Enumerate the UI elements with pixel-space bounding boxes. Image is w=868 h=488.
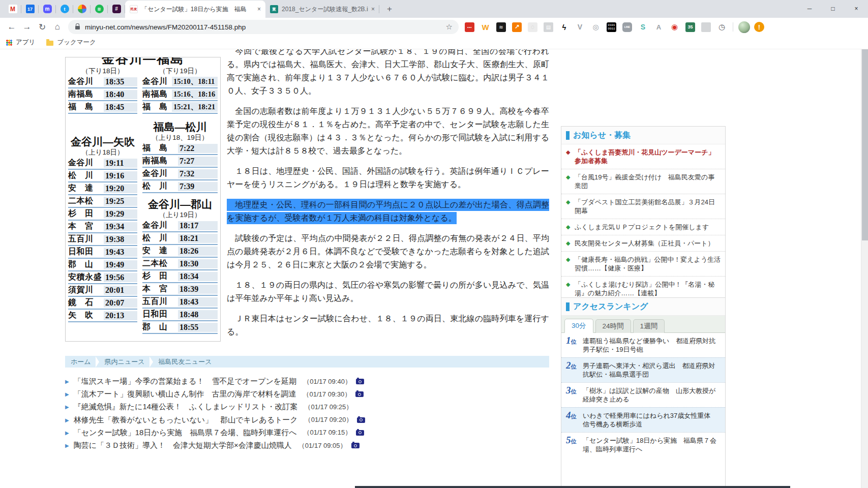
timetable-row: 矢 吹 20:13: [68, 310, 137, 322]
url-text[interactable]: minyu-net.com/news/news/FM20200117-45115…: [85, 23, 442, 31]
bookmarks-folder[interactable]: ブックマーク: [46, 38, 96, 47]
new-tab-button[interactable]: +: [382, 2, 397, 16]
slack-icon[interactable]: #: [108, 1, 125, 18]
ranking-tab[interactable]: 24時間: [595, 319, 631, 333]
twitter-icon[interactable]: t: [56, 1, 73, 18]
minimize-button[interactable]: ─: [798, 0, 821, 17]
news-timestamp: （01/17 09:25）: [305, 403, 353, 412]
ext-menu-icon[interactable]: •••: [462, 19, 477, 35]
timetable-section-yabuki: 金谷川―矢吹 （上り18日） 金谷川 19:11: [68, 135, 137, 322]
breadcrumb-item[interactable]: 福島民友ニュース: [145, 356, 212, 368]
spotify-icon[interactable]: ≋: [91, 1, 108, 18]
notices-panel: お知らせ・募集 ◆ 「ふくしま吾妻荒川・花見山ツーデーマーチ」参加者募集 ◆ 「…: [561, 126, 726, 326]
back-button[interactable]: ←: [4, 19, 19, 35]
ext-notes-icon[interactable]: ▤: [541, 19, 556, 35]
ranking-link[interactable]: 1位 連覇狙う福島県など優勝争い 都道府県対抗男子駅伝・19日号砲: [561, 333, 725, 357]
camera-icon: [357, 417, 365, 423]
timetable-row: 日和田 19:43: [68, 246, 137, 259]
tab-current-article[interactable]: 民友 「センター試験」18日から実施 福島 ×: [125, 1, 265, 18]
tab-indd-document[interactable]: 東 2018_センター試験速報_数2B.indd ×: [265, 1, 379, 18]
news-link[interactable]: ▶ 「塩沢スキー場」今季の営業始まる！ 雪不足でオープンを延期 （01/17 0…: [65, 375, 549, 388]
article-paragraph: 地理歴史・公民、理科の一部科目間の平均点に２０点以上の差が出た場合、得点調整を実…: [227, 198, 549, 225]
news-timestamp: （01/17 09:05）: [298, 441, 347, 450]
news-link[interactable]: ▶ 「センター試験」18日から実施 福島県７会場、臨時列車運行へ （01/17 …: [65, 426, 549, 439]
ext-badge35-icon[interactable]: 35: [682, 19, 698, 35]
timetable-row: 五百川 19:38: [68, 233, 137, 246]
bookmark-star-icon[interactable]: ☆: [446, 22, 453, 32]
vertical-scrollbar[interactable]: [861, 49, 868, 488]
restore-button[interactable]: □: [821, 0, 845, 17]
article-body: 今回で最後となる大学入試センター試験が１８、１９の両日、全国の会場で行われる。県…: [227, 49, 549, 346]
ranking-link[interactable]: 3位 「樹氷」は誤訳と誤解の産物 山形大教授が経緯突き止める: [561, 382, 725, 407]
ext-record-icon[interactable]: ◉: [667, 19, 682, 35]
timetable-row: 金谷川 19:11: [68, 157, 137, 170]
ext-buffer-icon[interactable]: ≋: [493, 19, 509, 35]
ranking-link[interactable]: 5位 「センター試験」18日から実施 福島県７会場、臨時列車運行へ: [561, 432, 725, 457]
news-title: 陶芸に「３Ｄ技術」導入！ 会津大短期大学部×会津慶山焼職人: [74, 441, 292, 450]
ranking-link[interactable]: 2位 男子連覇へ東洋大・相沢ら選出 都道府県対抗駅伝・福島県選手団: [561, 357, 725, 382]
notice-link[interactable]: ◆ ふくしま元気ＵＰプロジェクトを開催します: [561, 219, 725, 235]
news-link[interactable]: ▶ 「流木アート」復興願い横山さん制作 古里の海岸で材料を調達 （01/17 0…: [65, 388, 549, 401]
ext-line-icon[interactable]: LINE: [619, 19, 635, 35]
calendar-icon[interactable]: 17: [21, 1, 39, 18]
news-link[interactable]: ▶ 『絶滅危惧』新たに14種公表！ ふくしまレッドリスト・改訂案 （01/17 …: [65, 401, 549, 413]
diamond-bullet-icon: ◆: [566, 173, 570, 181]
notice-link[interactable]: ◆ 「ふくしま吾妻荒川・花見山ツーデーマーチ」参加者募集: [561, 144, 725, 169]
timetable-row: 松 川 18:21: [142, 232, 218, 245]
ext-ghost-icon[interactable]: ◌: [525, 19, 541, 35]
ext-document-icon[interactable]: [698, 19, 714, 35]
camera-icon: [356, 379, 364, 384]
reload-button[interactable]: ↻: [35, 19, 50, 35]
breadcrumb-item[interactable]: ホーム: [71, 357, 91, 367]
close-tab-icon[interactable]: ×: [257, 6, 261, 13]
rank-badge: 4位: [566, 411, 577, 421]
notice-link[interactable]: ◆ 「台風19号」義援金受け付け 福島民友愛の事業団: [561, 169, 725, 194]
ext-binary-icon[interactable]: 0101 0011: [604, 19, 619, 35]
footer-edge: [355, 486, 790, 488]
article-paragraph: ＪＲ東日本はセンター試験に合わせ、１８、１９の両日、東北線の臨時列車を運行する。: [227, 312, 549, 339]
ranking-tab[interactable]: 30分: [564, 319, 593, 333]
ext-disc-icon[interactable]: ◎: [588, 19, 604, 35]
scrollbar-thumb[interactable]: [862, 49, 868, 240]
ext-clock-icon[interactable]: ◷: [714, 19, 730, 35]
timetable-row: 杉 田 19:29: [68, 208, 137, 221]
pinned-tabs: M 17 m t ≋: [0, 0, 125, 18]
home-button[interactable]: ⌂: [50, 19, 65, 35]
notice-link[interactable]: ◆ 「健康長寿・福島の挑戦」公開中！変えよう生活習慣……【健康・医療】: [561, 251, 725, 276]
ext-wikipedia-icon[interactable]: W: [477, 19, 493, 35]
arrow-bullet-icon: ▶: [65, 379, 69, 384]
timetable-row: 金谷川 18:17: [142, 220, 218, 232]
notice-link[interactable]: ◆ 民友開発センター人材募集（正社員・パート）: [561, 235, 725, 251]
profile-avatar[interactable]: [738, 21, 750, 33]
breadcrumb-item[interactable]: 県内ニュース: [91, 356, 145, 368]
google-photos-icon[interactable]: [73, 1, 91, 18]
timetable-title: 金谷川―福島: [68, 57, 218, 66]
window-controls: ─ □ ×: [798, 0, 868, 18]
news-title: 「流木アート」復興願い横山さん制作 古里の海岸で材料を調達: [74, 389, 296, 399]
forward-button[interactable]: →: [19, 19, 35, 35]
lock-icon[interactable]: [75, 26, 80, 29]
ext-stylus-icon[interactable]: S: [635, 19, 651, 35]
close-window-button[interactable]: ×: [845, 0, 868, 17]
news-timestamp: （01/17 09:30）: [303, 390, 351, 399]
ext-adguard-icon[interactable]: A: [651, 19, 667, 35]
news-timestamp: （01/17 09:40）: [303, 377, 351, 386]
timetable-row: 郡 山 18:55: [142, 321, 218, 334]
apps-shortcut[interactable]: アプリ: [6, 38, 35, 47]
ext-lightning-icon[interactable]: ϟ: [556, 19, 572, 35]
gmail-icon[interactable]: M: [4, 1, 21, 18]
close-tab-icon[interactable]: ×: [371, 6, 375, 13]
timetable-row: 安 達 18:26: [142, 245, 218, 258]
timetable-row: 南福島 7:27: [142, 155, 218, 168]
ranking-link[interactable]: 4位 いわきで軽乗用車にはねられ37歳女性重体 信号機ある横断歩道: [561, 407, 725, 432]
update-alert-icon[interactable]: !: [754, 22, 764, 32]
notice-link[interactable]: ◆ 「ブダペスト国立工芸美術館名品展」３月24日開幕: [561, 194, 725, 219]
ext-analytics-icon[interactable]: ↗: [509, 19, 525, 35]
ranking-tab[interactable]: 1週間: [633, 319, 665, 333]
ranking-panel: アクセスランキング 30分 24時間 1週間 1位 連覇狙う福島県など優勝争い …: [561, 297, 726, 488]
news-link[interactable]: ▶ 林修先生「教養がないともったいない」 郡山でキレあるトーク （01/17 0…: [65, 414, 549, 426]
mastodon-icon[interactable]: m: [39, 1, 56, 18]
ext-vimium-icon[interactable]: V: [572, 19, 588, 35]
news-link[interactable]: ▶ 陶芸に「３Ｄ技術」導入！ 会津大短期大学部×会津慶山焼職人 （01/17 0…: [65, 439, 549, 452]
address-bar[interactable]: minyu-net.com/news/news/FM20200117-45115…: [68, 20, 459, 34]
